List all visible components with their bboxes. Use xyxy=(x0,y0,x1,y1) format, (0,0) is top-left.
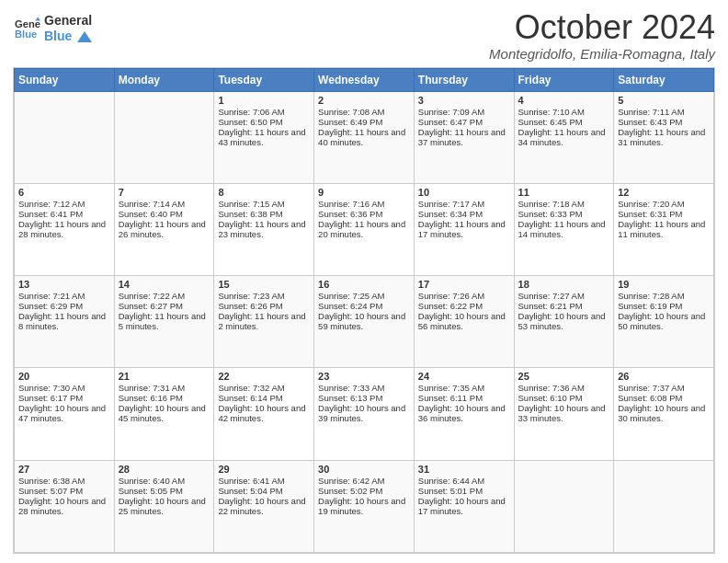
daylight-text: Daylight: 10 hours and 22 minutes. xyxy=(218,496,310,516)
sunrise-text: Sunrise: 7:20 AM xyxy=(618,199,710,209)
day-number: 10 xyxy=(418,187,510,198)
day-number: 22 xyxy=(218,371,310,382)
col-saturday: Saturday xyxy=(614,68,714,91)
daylight-text: Daylight: 10 hours and 42 minutes. xyxy=(218,403,310,423)
header: General Blue General Blue October 2024 M… xyxy=(13,9,715,62)
sunset-text: Sunset: 5:05 PM xyxy=(119,486,210,496)
day-number: 26 xyxy=(618,371,710,382)
calendar-cell xyxy=(514,460,614,552)
col-thursday: Thursday xyxy=(414,68,514,91)
sunrise-text: Sunrise: 7:28 AM xyxy=(618,291,710,301)
sunrise-text: Sunrise: 7:11 AM xyxy=(618,107,710,117)
calendar-cell: 19Sunrise: 7:28 AMSunset: 6:19 PMDayligh… xyxy=(614,276,714,368)
daylight-text: Daylight: 11 hours and 11 minutes. xyxy=(618,219,710,239)
daylight-text: Daylight: 11 hours and 17 minutes. xyxy=(418,219,510,239)
daylight-text: Daylight: 11 hours and 14 minutes. xyxy=(518,219,610,239)
calendar-cell: 27Sunrise: 6:38 AMSunset: 5:07 PMDayligh… xyxy=(15,460,115,552)
svg-text:Blue: Blue xyxy=(15,29,37,40)
day-number: 13 xyxy=(18,279,110,290)
sunset-text: Sunset: 5:02 PM xyxy=(318,486,410,496)
sunrise-text: Sunrise: 7:10 AM xyxy=(518,107,610,117)
sunset-text: Sunset: 6:10 PM xyxy=(518,393,610,403)
col-sunday: Sunday xyxy=(15,68,115,91)
calendar-cell xyxy=(15,91,115,183)
calendar-cell: 11Sunrise: 7:18 AMSunset: 6:33 PMDayligh… xyxy=(514,183,614,275)
daylight-text: Daylight: 10 hours and 56 minutes. xyxy=(418,311,510,331)
calendar-week-1: 1Sunrise: 7:06 AMSunset: 6:50 PMDaylight… xyxy=(15,91,714,183)
calendar-cell: 16Sunrise: 7:25 AMSunset: 6:24 PMDayligh… xyxy=(314,276,415,368)
daylight-text: Daylight: 10 hours and 25 minutes. xyxy=(119,496,210,516)
calendar-cell: 10Sunrise: 7:17 AMSunset: 6:34 PMDayligh… xyxy=(414,183,514,275)
calendar-cell: 5Sunrise: 7:11 AMSunset: 6:43 PMDaylight… xyxy=(614,91,714,183)
sunrise-text: Sunrise: 7:35 AM xyxy=(418,383,510,393)
sunrise-text: Sunrise: 7:32 AM xyxy=(218,383,310,393)
day-number: 21 xyxy=(119,371,210,382)
calendar-cell xyxy=(114,91,214,183)
day-number: 9 xyxy=(318,187,410,198)
day-number: 16 xyxy=(318,279,410,290)
sunset-text: Sunset: 6:29 PM xyxy=(18,301,110,311)
calendar-cell: 22Sunrise: 7:32 AMSunset: 6:14 PMDayligh… xyxy=(214,368,314,460)
sunset-text: Sunset: 6:21 PM xyxy=(518,301,610,311)
daylight-text: Daylight: 11 hours and 5 minutes. xyxy=(119,311,210,331)
calendar-cell: 29Sunrise: 6:41 AMSunset: 5:04 PMDayligh… xyxy=(214,460,314,552)
daylight-text: Daylight: 10 hours and 28 minutes. xyxy=(18,496,110,516)
calendar-cell: 12Sunrise: 7:20 AMSunset: 6:31 PMDayligh… xyxy=(614,183,714,275)
sunrise-text: Sunrise: 7:14 AM xyxy=(119,199,210,209)
calendar-cell: 20Sunrise: 7:30 AMSunset: 6:17 PMDayligh… xyxy=(15,368,115,460)
logo-line1: General xyxy=(44,13,92,29)
daylight-text: Daylight: 10 hours and 59 minutes. xyxy=(318,311,410,331)
day-number: 3 xyxy=(418,95,510,106)
col-wednesday: Wednesday xyxy=(314,68,415,91)
sunrise-text: Sunrise: 6:38 AM xyxy=(18,476,110,486)
day-number: 2 xyxy=(318,95,410,106)
calendar-cell: 31Sunrise: 6:44 AMSunset: 5:01 PMDayligh… xyxy=(414,460,514,552)
daylight-text: Daylight: 10 hours and 47 minutes. xyxy=(18,403,110,423)
logo-line2: Blue xyxy=(44,29,92,44)
page: General Blue General Blue October 2024 M… xyxy=(0,0,728,563)
sunset-text: Sunset: 5:04 PM xyxy=(218,486,310,496)
daylight-text: Daylight: 11 hours and 43 minutes. xyxy=(218,127,310,147)
sunset-text: Sunset: 6:16 PM xyxy=(119,393,210,403)
sunrise-text: Sunrise: 7:30 AM xyxy=(18,383,110,393)
daylight-text: Daylight: 11 hours and 34 minutes. xyxy=(518,127,610,147)
day-number: 27 xyxy=(18,464,110,475)
daylight-text: Daylight: 11 hours and 37 minutes. xyxy=(418,127,510,147)
col-tuesday: Tuesday xyxy=(214,68,314,91)
day-number: 23 xyxy=(318,371,410,382)
calendar-body: 1Sunrise: 7:06 AMSunset: 6:50 PMDaylight… xyxy=(15,91,714,552)
calendar-cell: 18Sunrise: 7:27 AMSunset: 6:21 PMDayligh… xyxy=(514,276,614,368)
sunrise-text: Sunrise: 7:37 AM xyxy=(618,383,710,393)
daylight-text: Daylight: 10 hours and 17 minutes. xyxy=(418,496,510,516)
sunrise-text: Sunrise: 7:25 AM xyxy=(318,291,410,301)
sunrise-text: Sunrise: 7:22 AM xyxy=(119,291,210,301)
day-number: 30 xyxy=(318,464,410,475)
day-number: 25 xyxy=(518,371,610,382)
calendar-cell: 24Sunrise: 7:35 AMSunset: 6:11 PMDayligh… xyxy=(414,368,514,460)
day-number: 24 xyxy=(418,371,510,382)
sunset-text: Sunset: 6:24 PM xyxy=(318,301,410,311)
calendar-week-3: 13Sunrise: 7:21 AMSunset: 6:29 PMDayligh… xyxy=(15,276,714,368)
col-monday: Monday xyxy=(114,68,214,91)
day-number: 7 xyxy=(119,187,210,198)
sunset-text: Sunset: 6:19 PM xyxy=(618,301,710,311)
sunset-text: Sunset: 6:27 PM xyxy=(119,301,210,311)
sunset-text: Sunset: 6:22 PM xyxy=(418,301,510,311)
calendar-cell: 26Sunrise: 7:37 AMSunset: 6:08 PMDayligh… xyxy=(614,368,714,460)
day-number: 19 xyxy=(618,279,710,290)
sunset-text: Sunset: 6:38 PM xyxy=(218,209,310,219)
logo-icon: General Blue xyxy=(15,16,40,41)
sunset-text: Sunset: 6:14 PM xyxy=(218,393,310,403)
calendar-cell: 23Sunrise: 7:33 AMSunset: 6:13 PMDayligh… xyxy=(314,368,415,460)
header-row: Sunday Monday Tuesday Wednesday Thursday… xyxy=(15,68,714,91)
day-number: 14 xyxy=(119,279,210,290)
daylight-text: Daylight: 10 hours and 50 minutes. xyxy=(618,311,710,331)
sunset-text: Sunset: 6:34 PM xyxy=(418,209,510,219)
daylight-text: Daylight: 11 hours and 20 minutes. xyxy=(318,219,410,239)
calendar-cell: 8Sunrise: 7:15 AMSunset: 6:38 PMDaylight… xyxy=(214,183,314,275)
daylight-text: Daylight: 10 hours and 33 minutes. xyxy=(518,403,610,423)
sunset-text: Sunset: 6:33 PM xyxy=(518,209,610,219)
calendar-cell: 3Sunrise: 7:09 AMSunset: 6:47 PMDaylight… xyxy=(414,91,514,183)
sunrise-text: Sunrise: 7:23 AM xyxy=(218,291,310,301)
day-number: 20 xyxy=(18,371,110,382)
